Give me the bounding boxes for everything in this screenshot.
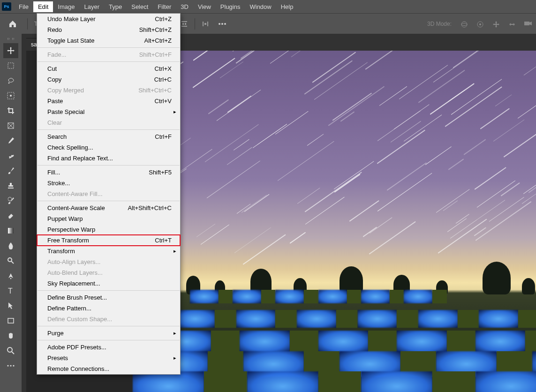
menu-item-copy[interactable]: CopyCtrl+C (37, 74, 180, 85)
healing-tool[interactable] (3, 148, 18, 163)
svg-point-40 (10, 156, 11, 157)
3d-mode-label: 3D Mode: (427, 21, 452, 27)
menu-filter[interactable]: Filter (153, 1, 176, 12)
menu-item-label: Find and Replace Text... (47, 155, 113, 162)
svg-rect-22 (203, 22, 204, 26)
menu-image[interactable]: Image (53, 1, 79, 12)
marquee-tool[interactable] (3, 58, 18, 73)
path-select-tool[interactable] (3, 298, 18, 313)
menu-separator (38, 290, 180, 291)
document-name: sa (31, 41, 37, 48)
roll-icon[interactable] (476, 20, 483, 28)
edit-menu-dropdown: Undo Make LayerCtrl+ZRedoShift+Ctrl+ZTog… (37, 13, 181, 375)
eraser-tool[interactable] (3, 208, 18, 223)
menu-item-content-aware-scale[interactable]: Content-Aware ScaleAlt+Shift+Ctrl+C (37, 203, 180, 213)
svg-point-50 (7, 365, 8, 366)
menu-plugins[interactable]: Plugins (216, 1, 245, 12)
more-options-icon[interactable] (219, 20, 226, 28)
menu-item-undo-make-layer[interactable]: Undo Make LayerCtrl+Z (37, 14, 180, 24)
menu-item-shortcut: Ctrl+Z (155, 15, 172, 23)
menu-item-presets[interactable]: Presets (37, 353, 180, 363)
menu-item-label: Clear (47, 119, 62, 126)
menu-item-sky-replacement[interactable]: Sky Replacement... (37, 278, 180, 289)
dodge-tool[interactable] (3, 253, 18, 268)
menu-item-define-pattern[interactable]: Define Pattern... (37, 303, 180, 314)
distribute-bottom-icon[interactable] (181, 20, 188, 28)
svg-line-49 (12, 352, 14, 354)
menu-item-toggle-last-state[interactable]: Toggle Last StateAlt+Ctrl+Z (37, 35, 180, 46)
svg-text:T: T (8, 287, 13, 294)
gradient-tool[interactable] (3, 223, 18, 238)
menu-item-shortcut: Ctrl+V (155, 98, 172, 105)
menu-item-fade: Fade...Shift+Ctrl+F (37, 49, 180, 60)
menu-separator (38, 326, 180, 326)
menu-item-shortcut: Ctrl+X (155, 65, 172, 72)
menu-item-shortcut: Shift+Ctrl+C (138, 87, 172, 94)
crop-tool[interactable] (3, 103, 18, 118)
menu-type[interactable]: Type (104, 1, 127, 12)
menu-item-shortcut: Shift+Ctrl+Z (139, 26, 172, 33)
type-tool[interactable]: T (3, 283, 18, 298)
rectangle-tool[interactable] (3, 313, 18, 328)
menu-item-adobe-pdf-presets[interactable]: Adobe PDF Presets... (37, 342, 180, 353)
collapse-panel-icon[interactable] (8, 38, 14, 42)
menu-item-remote-connections[interactable]: Remote Connections... (37, 363, 180, 374)
pen-tool[interactable] (3, 268, 18, 283)
pan-icon[interactable] (492, 20, 499, 28)
hand-tool[interactable] (3, 328, 18, 343)
slide-icon[interactable] (508, 20, 515, 28)
menu-item-label: Remote Connections... (47, 365, 109, 372)
menu-item-puppet-warp[interactable]: Puppet Warp (37, 213, 180, 224)
menu-item-clear: Clear (37, 117, 180, 128)
brush-tool[interactable] (3, 163, 18, 178)
menu-item-purge[interactable]: Purge (37, 328, 180, 339)
menu-item-shortcut: Shift+F5 (149, 169, 172, 176)
menu-item-shortcut: Shift+Ctrl+F (139, 51, 172, 58)
menu-item-find-and-replace-text[interactable]: Find and Replace Text... (37, 153, 180, 164)
orbit-icon[interactable] (460, 20, 468, 28)
menu-item-cut[interactable]: CutCtrl+X (37, 63, 180, 74)
svg-rect-19 (181, 26, 187, 27)
tools-panel: T (0, 34, 22, 392)
menu-layer[interactable]: Layer (80, 1, 105, 12)
lasso-tool[interactable] (3, 73, 18, 88)
quick-select-tool[interactable] (3, 88, 18, 103)
menu-item-label: Puppet Warp (47, 215, 83, 222)
svg-point-52 (13, 365, 14, 366)
blur-tool[interactable] (3, 238, 18, 253)
history-brush-tool[interactable] (3, 193, 18, 208)
separator (27, 18, 28, 30)
menu-item-search[interactable]: SearchCtrl+F (37, 131, 180, 142)
svg-point-41 (12, 154, 13, 155)
menu-item-paste-special[interactable]: Paste Special (37, 106, 180, 117)
menu-item-fill[interactable]: Fill...Shift+F5 (37, 167, 180, 178)
more-tool[interactable] (3, 358, 18, 373)
menu-item-stroke[interactable]: Stroke... (37, 178, 180, 188)
menu-file[interactable]: File (14, 1, 33, 12)
menu-view[interactable]: View (193, 1, 216, 12)
zoom-tool[interactable] (3, 343, 18, 358)
menu-separator (38, 61, 180, 62)
menu-edit[interactable]: Edit (33, 1, 53, 12)
menu-item-check-spelling[interactable]: Check Spelling... (37, 142, 180, 153)
eyedropper-tool[interactable] (3, 133, 18, 148)
menu-item-define-brush-preset[interactable]: Define Brush Preset... (37, 292, 180, 303)
frame-tool[interactable] (3, 118, 18, 133)
menu-3d[interactable]: 3D (176, 1, 193, 12)
menu-item-paste[interactable]: PasteCtrl+V (37, 96, 180, 106)
menu-window[interactable]: Window (245, 1, 276, 12)
home-button[interactable] (5, 16, 21, 32)
distribute-space-icon[interactable] (202, 20, 209, 28)
menu-select[interactable]: Select (127, 1, 153, 12)
svg-point-51 (10, 365, 11, 366)
menu-separator (38, 340, 180, 340)
menu-item-redo[interactable]: RedoShift+Ctrl+Z (37, 24, 180, 35)
camera-icon[interactable] (524, 20, 531, 28)
svg-rect-24 (204, 23, 206, 25)
menu-help[interactable]: Help (276, 1, 298, 12)
move-tool[interactable] (3, 43, 18, 58)
menu-item-free-transform[interactable]: Free TransformCtrl+T (37, 235, 180, 246)
menu-item-transform[interactable]: Transform (37, 246, 180, 256)
menu-item-perspective-warp[interactable]: Perspective Warp (37, 224, 180, 235)
stamp-tool[interactable] (3, 178, 18, 193)
